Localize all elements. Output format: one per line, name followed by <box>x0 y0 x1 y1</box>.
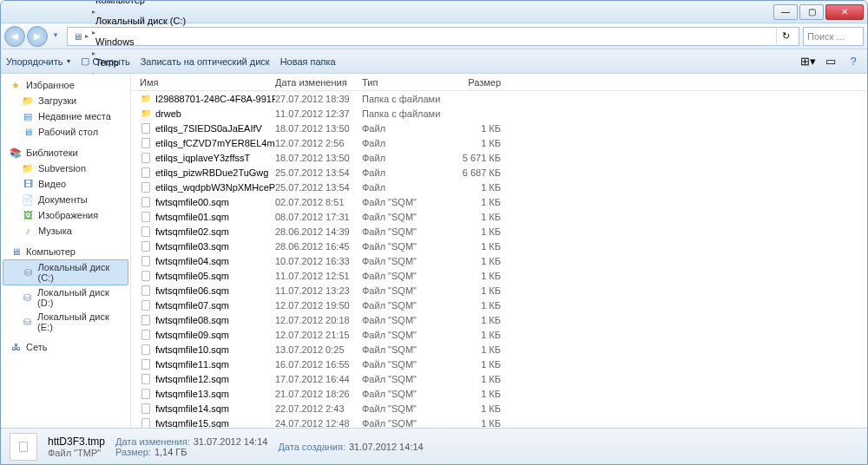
file-row[interactable]: etilqs_iqplaveY3zffssT18.07.2012 13:50Фа… <box>131 150 867 165</box>
file-size: 1 КБ <box>449 197 510 207</box>
sidebar-item-video[interactable]: 🎞Видео <box>1 176 130 192</box>
sidebar-item-music[interactable]: ♪Музыка <box>1 223 130 239</box>
sidebar-item-documents[interactable]: 📄Документы <box>1 192 130 207</box>
view-button[interactable]: ⊞▾ <box>799 53 817 70</box>
file-date: 02.07.2012 8:51 <box>275 197 362 207</box>
file-date: 25.07.2012 13:54 <box>275 182 362 193</box>
col-size[interactable]: Размер <box>449 77 510 88</box>
refresh-button[interactable]: ↻ <box>776 27 795 46</box>
file-date: 11.07.2012 13:23 <box>275 285 362 296</box>
file-row[interactable]: fwtsqmfile13.sqm21.07.2012 18:26Файл "SQ… <box>131 386 867 401</box>
preview-pane-button[interactable]: ▭ <box>822 53 839 70</box>
sidebar-computer-head[interactable]: 🖥Компьютер <box>1 244 130 259</box>
chevron-right-icon[interactable]: ▸ <box>90 29 97 36</box>
file-date: 08.07.2012 17:31 <box>275 212 362 222</box>
history-dropdown[interactable]: ▼ <box>49 26 62 45</box>
file-name: fwtsqmfile08.sqm <box>155 315 229 325</box>
open-button[interactable]: ▢Открыть <box>81 56 129 67</box>
file-row[interactable]: etilqs_7SIEDS0aJaEAIfV18.07.2012 13:50Фа… <box>131 121 867 135</box>
file-size: 1 КБ <box>449 330 510 340</box>
file-row[interactable]: etilqs_pizwRBDue2TuGwg25.07.2012 13:54Фа… <box>131 165 867 180</box>
file-row[interactable]: 📁drweb11.07.2012 12:37Папка с файлами <box>131 106 867 121</box>
file-type: Файл "SQM" <box>362 403 449 414</box>
chevron-right-icon[interactable]: ▸ <box>83 32 90 40</box>
column-headers: Имя Дата изменения Тип Размер <box>131 74 867 91</box>
file-list[interactable]: Имя Дата изменения Тип Размер 📁I29888701… <box>131 74 867 428</box>
breadcrumb-1[interactable]: Локальный диск (C:) <box>90 16 191 26</box>
sidebar-item-images[interactable]: 🖼Изображения <box>1 207 130 223</box>
file-size: 1 КБ <box>449 389 510 399</box>
sidebar-item-downloads[interactable]: 📁Загрузки <box>1 93 130 108</box>
file-icon <box>140 373 152 385</box>
sidebar-libraries-head[interactable]: 📚Библиотеки <box>1 145 130 160</box>
file-row[interactable]: 📁I29888701-248C-4F8A-991F-1AE935EE2B...2… <box>131 91 867 106</box>
computer-icon: 🖥 <box>71 30 83 43</box>
file-row[interactable]: fwtsqmfile15.sqm24.07.2012 12:48Файл "SQ… <box>131 416 867 428</box>
library-icon: 📚 <box>10 147 22 159</box>
maximize-button[interactable]: ▢ <box>799 4 824 20</box>
file-row[interactable]: fwtsqmfile02.sqm28.06.2012 14:39Файл "SQ… <box>131 224 867 239</box>
file-row[interactable]: etilqs_fCZVD7mYER8EL4m12.07.2012 2:56Фай… <box>131 135 867 150</box>
file-row[interactable]: fwtsqmfile00.sqm02.07.2012 8:51Файл "SQM… <box>131 194 867 209</box>
address-bar[interactable]: 🖥 ▸ Компьютер▸Локальный диск (C:)▸Window… <box>67 27 799 46</box>
breadcrumb-0[interactable]: Компьютер <box>90 0 191 5</box>
col-date[interactable]: Дата изменения <box>275 77 362 88</box>
sidebar-item-subversion[interactable]: 📁Subversion <box>1 160 130 176</box>
sidebar-favorites-head[interactable]: ★Избранное <box>1 77 130 93</box>
file-row[interactable]: fwtsqmfile11.sqm16.07.2012 16:55Файл "SQ… <box>131 357 867 371</box>
file-row[interactable]: fwtsqmfile08.sqm12.07.2012 20:18Файл "SQ… <box>131 312 867 327</box>
breadcrumb-2[interactable]: Windows <box>90 36 191 47</box>
file-row[interactable]: fwtsqmfile05.sqm11.07.2012 12:51Файл "SQ… <box>131 268 867 283</box>
new-folder-button[interactable]: Новая папка <box>280 56 336 67</box>
file-row[interactable]: fwtsqmfile03.sqm28.06.2012 16:45Файл "SQ… <box>131 239 867 253</box>
file-row[interactable]: fwtsqmfile01.sqm08.07.2012 17:31Файл "SQ… <box>131 209 867 224</box>
col-name[interactable]: Имя <box>136 77 275 88</box>
file-row[interactable]: etilqs_wqdpbW3NpXMHceP25.07.2012 13:54Фа… <box>131 180 867 194</box>
sidebar-network-head[interactable]: 🖧Сеть <box>1 339 130 355</box>
sidebar-item-recent[interactable]: ▤Недавние места <box>1 108 130 124</box>
file-name: fwtsqmfile15.sqm <box>155 418 229 429</box>
file-icon <box>140 388 152 400</box>
file-row[interactable]: fwtsqmfile07.sqm12.07.2012 19:50Файл "SQ… <box>131 298 867 312</box>
file-icon <box>140 299 152 311</box>
minimize-button[interactable]: — <box>773 4 798 20</box>
chevron-right-icon[interactable]: ▸ <box>90 8 97 16</box>
file-row[interactable]: fwtsqmfile12.sqm17.07.2012 16:44Файл "SQ… <box>131 371 867 386</box>
organize-button[interactable]: Упорядочить <box>6 56 70 67</box>
file-name: fwtsqmfile01.sqm <box>155 212 229 222</box>
back-button[interactable]: ◄ <box>4 26 25 47</box>
file-date: 28.06.2012 16:45 <box>275 241 362 252</box>
file-name: fwtsqmfile04.sqm <box>155 256 229 266</box>
file-row[interactable]: fwtsqmfile14.sqm22.07.2012 2:43Файл "SQM… <box>131 401 867 416</box>
file-row[interactable]: fwtsqmfile09.sqm12.07.2012 21:15Файл "SQ… <box>131 327 867 342</box>
file-size: 1 КБ <box>449 403 510 414</box>
file-name: fwtsqmfile02.sqm <box>155 226 229 237</box>
sidebar-item-disk-e[interactable]: ⛁Локальный диск (E:) <box>1 310 130 334</box>
hdd-icon: ⛁ <box>23 266 34 278</box>
file-row[interactable]: fwtsqmfile06.sqm11.07.2012 13:23Файл "SQ… <box>131 283 867 298</box>
file-size: 1 КБ <box>449 271 510 281</box>
help-button[interactable]: ? <box>845 53 862 70</box>
file-icon <box>140 329 152 341</box>
file-icon <box>140 211 152 223</box>
file-icon <box>140 314 152 326</box>
file-date: 13.07.2012 0:25 <box>275 344 362 355</box>
forward-button[interactable]: ► <box>27 26 48 47</box>
sidebar-item-desktop[interactable]: 🖥Рабочий стол <box>1 124 130 140</box>
sidebar: ★Избранное 📁Загрузки ▤Недавние места 🖥Ра… <box>1 74 131 428</box>
sidebar-item-disk-c[interactable]: ⛁Локальный диск (C:) <box>3 259 128 285</box>
file-type: Файл <box>362 138 449 148</box>
file-row[interactable]: fwtsqmfile10.sqm13.07.2012 0:25Файл "SQM… <box>131 342 867 357</box>
close-button[interactable]: ✕ <box>825 4 864 20</box>
col-type[interactable]: Тип <box>362 77 449 88</box>
status-datecre-label: Дата создания: <box>278 442 345 452</box>
file-icon <box>140 137 152 149</box>
sidebar-item-disk-d[interactable]: ⛁Локальный диск (D:) <box>1 285 130 310</box>
folder-icon: 📁 <box>22 95 34 107</box>
file-size: 1 КБ <box>449 374 510 384</box>
file-date: 22.07.2012 2:43 <box>275 403 362 414</box>
file-row[interactable]: fwtsqmfile04.sqm10.07.2012 16:33Файл "SQ… <box>131 253 867 268</box>
search-input[interactable]: Поиск ... <box>803 27 864 46</box>
file-icon <box>140 152 152 164</box>
burn-button[interactable]: Записать на оптический диск <box>141 56 270 67</box>
